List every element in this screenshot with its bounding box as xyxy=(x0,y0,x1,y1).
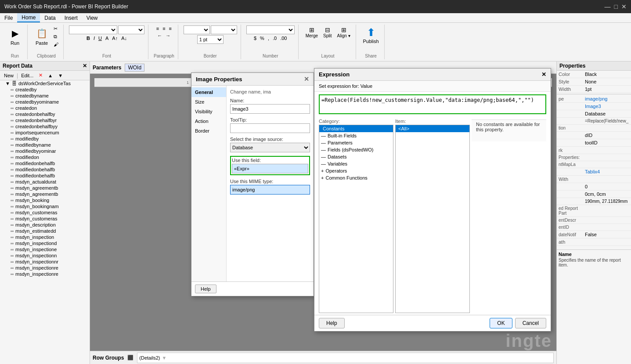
image-props-help-button[interactable]: Help xyxy=(195,285,216,293)
tree-item-msdyn-estimatedd[interactable]: ═ msdyn_estimatedd xyxy=(0,228,90,234)
category-common-functions[interactable]: + Common Functions xyxy=(319,174,393,181)
menu-data[interactable]: Data xyxy=(40,13,60,22)
align-left-button[interactable]: ≡ xyxy=(155,25,160,32)
new-item-button[interactable]: New xyxy=(2,72,16,79)
nav-visibility[interactable]: Visibility xyxy=(191,107,226,116)
category-variables[interactable]: — Variables xyxy=(319,160,393,167)
tree-root-item[interactable]: ▼ 🗄 dsWorkOrderServiceTas xyxy=(0,80,90,86)
tree-item-msdyn-customeras[interactable]: ═ msdyn_customeras xyxy=(0,209,90,216)
tree-item-msdyn-inspectiond[interactable]: ═ msdyn_inspectiond xyxy=(0,240,90,246)
window-controls[interactable]: — □ ✕ xyxy=(605,3,627,10)
align-right-button[interactable]: ≡ xyxy=(168,25,173,32)
tree-item-modifiedbyname[interactable]: ═ modifiedbyname xyxy=(0,142,90,148)
tree-item-modifiedon[interactable]: ═ modifiedon xyxy=(0,154,90,160)
tree-item-createdbyyominame[interactable]: ═ createdbyyominame xyxy=(0,99,90,105)
tooltip-input[interactable] xyxy=(230,123,310,133)
name-input[interactable] xyxy=(230,104,310,114)
tree-item-modifiedonbehalfb[interactable]: ═ modifiedonbehalfb xyxy=(0,160,90,166)
tree-item-createdon[interactable]: ═ createdon xyxy=(0,105,90,111)
category-operators[interactable]: + Operators xyxy=(319,167,393,174)
move-up-button[interactable]: ▲ xyxy=(46,72,55,79)
run-button[interactable]: ▶ Run xyxy=(6,25,24,47)
nav-border[interactable]: Border xyxy=(191,126,226,136)
tree-item-msdyn-bookingnam[interactable]: ═ msdyn_bookingnam xyxy=(0,203,90,209)
number-format-select[interactable] xyxy=(246,25,295,34)
category-datasets[interactable]: — Datasets xyxy=(319,153,393,160)
font-size-select[interactable] xyxy=(118,25,144,34)
border-style-select[interactable] xyxy=(184,25,210,34)
font-size-decrease-button[interactable]: A↓ xyxy=(120,35,128,41)
category-fields[interactable]: — Fields (dsPostedWO) xyxy=(319,146,393,153)
menu-home[interactable]: Home xyxy=(17,13,40,22)
minimize-button[interactable]: — xyxy=(605,3,611,10)
tree-item-createdonbehalfbyy[interactable]: ═ createdonbehalfbyy xyxy=(0,123,90,130)
expression-ok-button[interactable]: OK xyxy=(490,318,512,328)
tree-item-modifiedonbehalfb2[interactable]: ═ modifiedonbehalfb xyxy=(0,166,90,173)
menu-insert[interactable]: Insert xyxy=(60,13,82,22)
percent-button[interactable]: % xyxy=(259,35,266,41)
category-constants[interactable]: Constants xyxy=(319,125,393,132)
border-width-select[interactable]: 1 pt xyxy=(197,35,224,44)
menu-file[interactable]: File xyxy=(0,13,17,22)
tree-item-createdonbehalfby[interactable]: ═ createdonbehalfby xyxy=(0,111,90,117)
font-family-select[interactable] xyxy=(69,25,117,34)
maximize-button[interactable]: □ xyxy=(614,3,618,10)
category-builtin[interactable]: — Built-in Fields xyxy=(319,132,393,139)
image-props-close[interactable]: ✕ xyxy=(304,76,309,83)
decimal-decrease-button[interactable]: .00 xyxy=(279,35,288,41)
cut-button[interactable]: ✂ xyxy=(52,25,60,32)
bold-button[interactable]: B xyxy=(85,35,91,41)
tree-item-msdyn-inspectione[interactable]: ═ msdyn_inspectione xyxy=(0,246,90,252)
tree-item-modifiedbyyominar[interactable]: ═ modifiedbyyominar xyxy=(0,148,90,154)
row-groups-scroll[interactable]: ▼ xyxy=(162,355,166,360)
expression-cancel-button[interactable]: Cancel xyxy=(515,318,546,328)
tree-item-msdyn-inspection[interactable]: ═ msdyn_inspection xyxy=(0,234,90,240)
publish-button[interactable]: ⬆ Publish xyxy=(361,25,381,45)
expression-close-button[interactable]: ✕ xyxy=(541,71,546,78)
tree-item-msdyn-customeras2[interactable]: ═ msdyn_customeras xyxy=(0,216,90,222)
item-all[interactable]: <All> xyxy=(396,125,469,132)
tree-item-modifiedby[interactable]: ═ modifiedby xyxy=(0,136,90,142)
nav-action[interactable]: Action xyxy=(191,116,226,126)
format-painter-button[interactable]: 🖌 xyxy=(52,41,60,47)
italic-button[interactable]: I xyxy=(92,35,96,41)
tree-item-createdonbehalfbyr[interactable]: ═ createdonbehalfbyr xyxy=(0,117,90,123)
tree-item-msdyn-actualdurat[interactable]: ═ msdyn_actualdurat xyxy=(0,179,90,185)
paste-button[interactable]: 📋 Paste xyxy=(33,25,50,47)
formula-input[interactable]: =Replace(Fields!new_customersign.Value,"… xyxy=(321,97,544,110)
underline-button[interactable]: U xyxy=(97,35,103,41)
tree-item-createdby[interactable]: ═ createdby xyxy=(0,86,90,93)
tree-item-msdyn-inspectionn[interactable]: ═ msdyn_inspectionn xyxy=(0,252,90,259)
edit-item-button[interactable]: Edit... xyxy=(19,72,36,79)
copy-button[interactable]: ⧉ xyxy=(52,33,60,40)
tree-item-msdyn-inspectionnr[interactable]: ═ msdyn_inspectionnr xyxy=(0,259,90,265)
delete-item-button[interactable]: ✕ xyxy=(36,72,45,79)
align-button[interactable]: ⊞ Align ▾ xyxy=(335,25,352,39)
align-center-button[interactable]: ≡ xyxy=(161,25,166,32)
indent-decrease-button[interactable]: ← xyxy=(156,32,163,39)
currency-button[interactable]: $ xyxy=(252,35,258,41)
tree-item-importsequencenum[interactable]: ═ importsequencenum xyxy=(0,130,90,136)
tree-item-msdyn-booking[interactable]: ═ msdyn_booking xyxy=(0,197,90,203)
tree-item-modifiedonbehalfb3[interactable]: ═ modifiedonbehalfb xyxy=(0,173,90,179)
formula-box[interactable]: =Replace(Fields!new_customersign.Value,"… xyxy=(319,94,546,114)
tree-item-msdyn-agreementb2[interactable]: ═ msdyn_agreementb xyxy=(0,191,90,197)
tree-item-msdyn-inspectionre2[interactable]: ═ msdyn_inspectionre xyxy=(0,271,90,277)
font-color-button[interactable]: A xyxy=(104,35,110,41)
decimal-increase-button[interactable]: .0 xyxy=(271,35,278,41)
tree-item-msdyn-description[interactable]: ═ msdyn_description xyxy=(0,222,90,228)
category-list[interactable]: Constants — Built-in Fields — Parameters… xyxy=(319,125,393,313)
close-button[interactable]: ✕ xyxy=(621,3,627,10)
field-input[interactable] xyxy=(232,164,308,173)
font-size-increase-button[interactable]: A↑ xyxy=(111,35,119,41)
split-button[interactable]: ⊟ Split xyxy=(321,25,333,39)
category-parameters[interactable]: — Parameters xyxy=(319,139,393,146)
thousands-button[interactable]: , xyxy=(267,35,270,41)
menu-view[interactable]: View xyxy=(82,13,102,22)
indent-increase-button[interactable]: → xyxy=(164,32,172,39)
report-data-close[interactable]: ✕ xyxy=(83,63,87,69)
expression-help-button[interactable]: Help xyxy=(319,318,345,328)
border-color-select[interactable] xyxy=(211,25,237,34)
tree-item-msdyn-inspectionre[interactable]: ═ msdyn_inspectionre xyxy=(0,265,90,271)
nav-size[interactable]: Size xyxy=(191,97,226,107)
